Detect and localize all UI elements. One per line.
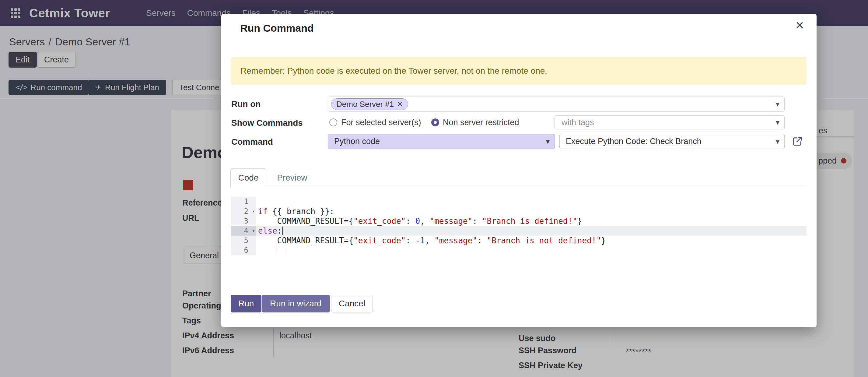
code-token: } bbox=[577, 216, 582, 226]
code-token: -1 bbox=[415, 236, 425, 245]
indent-guide bbox=[276, 246, 276, 255]
code-editor[interactable]: 12▾if {{ branch }}:3 COMMAND_RESULT={"ex… bbox=[231, 197, 807, 255]
fold-arrow-icon[interactable]: ▾ bbox=[252, 226, 255, 236]
code-line-3[interactable]: 3 COMMAND_RESULT={"exit_code": 0, "messa… bbox=[231, 216, 807, 226]
with-tags-placeholder: with tags bbox=[561, 118, 594, 127]
command-select[interactable]: Execute Python Code: Check Branch ▾ bbox=[559, 134, 785, 149]
code-line-content[interactable] bbox=[256, 197, 807, 206]
code-token: : bbox=[277, 226, 282, 235]
run-on-label: Run on bbox=[231, 99, 260, 109]
text-cursor bbox=[282, 227, 283, 235]
python-warning-alert: Remember: Python code is executed on the… bbox=[231, 57, 807, 85]
server-tag-label: Demo Server #1 bbox=[336, 99, 394, 109]
code-token: "exit_code" bbox=[353, 216, 406, 226]
indent-guide bbox=[285, 246, 285, 255]
code-token: else bbox=[258, 226, 277, 235]
code-line-5[interactable]: 5 COMMAND_RESULT={"exit_code": -1, "mess… bbox=[231, 236, 807, 245]
line-number: 1 bbox=[231, 197, 256, 206]
line-number: 6 bbox=[231, 245, 256, 255]
with-tags-select[interactable]: with tags ▾ bbox=[555, 115, 785, 129]
alert-text: Remember: Python code is executed on the… bbox=[241, 66, 547, 76]
radio-selected-servers[interactable] bbox=[329, 118, 337, 126]
code-token: "message" bbox=[430, 216, 473, 226]
tab-code[interactable]: Code bbox=[230, 168, 266, 187]
radio-non-restricted[interactable] bbox=[431, 118, 439, 126]
code-token: } bbox=[601, 236, 606, 245]
command-type-select[interactable]: Python code ▾ bbox=[328, 134, 555, 149]
code-line-content[interactable]: COMMAND_RESULT={"exit_code": 0, "message… bbox=[256, 216, 807, 226]
modal-title: Run Command bbox=[240, 22, 314, 34]
close-icon[interactable]: × bbox=[796, 18, 804, 32]
code-token: if bbox=[258, 207, 268, 216]
code-token: {{ branch }}: bbox=[268, 207, 334, 216]
code-token: , bbox=[425, 236, 434, 245]
code-token: : bbox=[472, 216, 482, 226]
chevron-down-icon: ▾ bbox=[776, 118, 779, 127]
code-line-6[interactable]: 6 bbox=[231, 245, 807, 255]
line-number: 2▾ bbox=[231, 206, 256, 216]
cancel-button[interactable]: Cancel bbox=[331, 295, 373, 313]
run-in-wizard-button[interactable]: Run in wizard bbox=[262, 295, 330, 313]
line-number: 3 bbox=[231, 216, 256, 226]
chevron-down-icon: ▾ bbox=[776, 137, 779, 146]
tabs-underline bbox=[230, 187, 807, 187]
radio-non-restricted-label[interactable]: Non server restricted bbox=[443, 118, 519, 127]
code-token: , bbox=[420, 216, 429, 226]
code-token: COMMAND_RESULT={ bbox=[258, 216, 353, 226]
code-line-4[interactable]: 4▾else: bbox=[231, 226, 807, 236]
code-line-content[interactable]: COMMAND_RESULT={"exit_code": -1, "messag… bbox=[256, 236, 807, 245]
run-on-field[interactable]: Demo Server #1 ✕ ▾ bbox=[328, 96, 785, 112]
code-token: "message" bbox=[434, 236, 477, 245]
line-number: 4▾ bbox=[231, 226, 256, 236]
code-token: 0 bbox=[415, 216, 420, 226]
fold-arrow-icon[interactable]: ▾ bbox=[252, 206, 255, 216]
show-commands-label: Show Commands bbox=[231, 118, 303, 128]
chevron-down-icon: ▾ bbox=[776, 100, 779, 108]
run-command-modal: Run Command × Remember: Python code is e… bbox=[221, 14, 816, 327]
code-line-content[interactable] bbox=[256, 245, 807, 255]
command-value: Execute Python Code: Check Branch bbox=[566, 137, 702, 146]
code-line-content[interactable]: if {{ branch }}: bbox=[256, 206, 807, 216]
radio-selected-servers-label[interactable]: For selected server(s) bbox=[341, 118, 421, 127]
code-token: "Branch is not defined!" bbox=[487, 236, 601, 245]
chevron-down-icon: ▾ bbox=[546, 137, 550, 146]
line-number: 5 bbox=[231, 236, 256, 245]
code-token: : bbox=[406, 236, 415, 245]
run-button[interactable]: Run bbox=[231, 295, 261, 313]
external-link-icon[interactable] bbox=[792, 136, 803, 147]
code-token: COMMAND_RESULT={ bbox=[258, 236, 353, 245]
code-token: "exit_code" bbox=[353, 236, 406, 245]
code-line-content[interactable]: else: bbox=[256, 226, 807, 236]
code-token: : bbox=[406, 216, 415, 226]
remove-tag-icon[interactable]: ✕ bbox=[397, 100, 403, 108]
server-tag: Demo Server #1 ✕ bbox=[331, 98, 408, 110]
code-line-1[interactable]: 1 bbox=[231, 197, 807, 206]
code-line-2[interactable]: 2▾if {{ branch }}: bbox=[231, 206, 807, 216]
tab-preview[interactable]: Preview bbox=[272, 168, 312, 187]
command-type-value: Python code bbox=[334, 137, 380, 146]
command-label: Command bbox=[231, 137, 273, 147]
code-token: : bbox=[477, 236, 487, 245]
code-token: "Branch is defined!" bbox=[482, 216, 577, 226]
